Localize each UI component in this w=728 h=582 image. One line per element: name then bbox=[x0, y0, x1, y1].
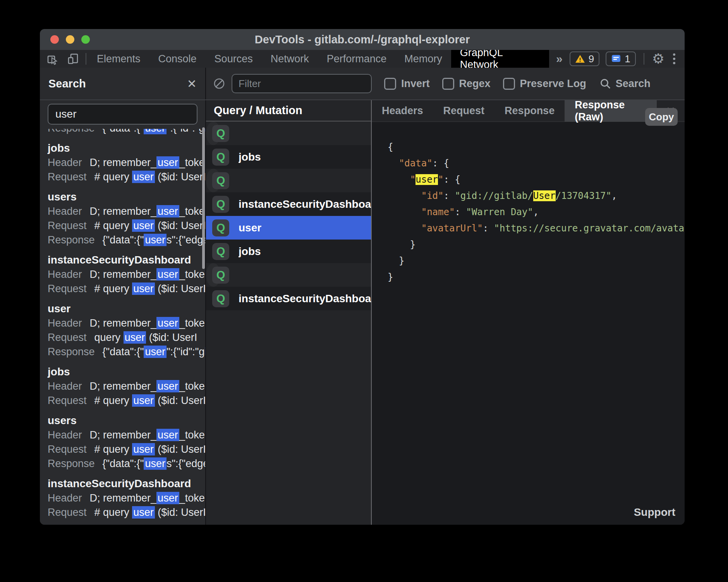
search-result-line[interactable]: HeaderD; remember_user_token=e bbox=[40, 428, 205, 442]
search-result-group-title[interactable]: users bbox=[40, 190, 205, 204]
invert-checkbox[interactable]: Invert bbox=[384, 78, 430, 90]
match-highlight: user bbox=[132, 506, 155, 519]
clear-filter-icon[interactable] bbox=[213, 77, 225, 90]
search-result-line-label: Request bbox=[48, 171, 87, 183]
search-result-line[interactable]: Request# query user ($id: UserI bbox=[40, 442, 205, 457]
issues-badge[interactable]: 1 bbox=[606, 51, 635, 66]
regex-checkbox[interactable]: Regex bbox=[442, 78, 491, 90]
preserve-log-checkbox[interactable]: Preserve Log bbox=[503, 78, 586, 90]
query-list-item-instancesecuritydashboard[interactable]: QinstanceSecurityDashboard bbox=[206, 192, 371, 216]
devtools-tab-elements[interactable]: Elements bbox=[88, 50, 149, 68]
query-list-item-user[interactable]: Quser bbox=[206, 122, 221, 145]
search-results-scrollbar[interactable] bbox=[202, 127, 205, 269]
search-result-line[interactable]: HeaderD; remember_user_token=e bbox=[40, 491, 205, 505]
filter-toolbar: Invert Regex Preserve Log bbox=[205, 68, 685, 99]
json-token bbox=[388, 223, 421, 234]
search-result-line[interactable]: Request# query user ($id: UserI bbox=[40, 219, 205, 233]
devtools-tab-sources[interactable]: Sources bbox=[206, 50, 262, 68]
settings-gear-icon[interactable]: ⚙ bbox=[652, 52, 664, 66]
search-result-group-title[interactable]: user bbox=[40, 301, 205, 316]
search-panel-header: Search ✕ bbox=[40, 68, 205, 99]
query-list-item-jobs[interactable]: Qjobs bbox=[206, 240, 371, 263]
invert-checkbox-box[interactable] bbox=[384, 78, 396, 90]
search-result-group-title[interactable]: jobs bbox=[40, 365, 205, 379]
match-highlight: user bbox=[132, 282, 155, 295]
search-result-group-title[interactable]: instanceSecurityDashboard bbox=[40, 253, 205, 267]
device-toolbar-icon[interactable] bbox=[67, 53, 79, 65]
json-token: , bbox=[611, 190, 617, 201]
query-list-item-instancesecuritydashboard[interactable]: QinstanceSecurityDashboard bbox=[206, 287, 371, 310]
result-text: ($id: UserI bbox=[155, 443, 205, 455]
query-name: user bbox=[239, 222, 261, 234]
query-list-item-users[interactable]: Qusers bbox=[206, 169, 221, 192]
search-result-group-title[interactable]: jobs bbox=[40, 141, 205, 156]
devtools-tab-console[interactable]: Console bbox=[149, 50, 206, 68]
minimize-window-button[interactable] bbox=[66, 35, 74, 44]
query-list-item-user-selected[interactable]: Quser bbox=[206, 216, 371, 240]
query-type-badge: Q bbox=[212, 172, 229, 189]
search-result-line[interactable]: HeaderD; remember_user_token=e bbox=[40, 316, 205, 330]
search-toggle[interactable]: Search bbox=[599, 78, 651, 90]
query-type-badge: Q bbox=[212, 290, 229, 307]
copy-button[interactable]: Copy bbox=[645, 108, 678, 126]
search-result-line[interactable]: Request# query user ($id: UserI bbox=[40, 170, 205, 184]
query-type-badge: Q bbox=[212, 267, 229, 284]
query-type-badge: Q bbox=[212, 125, 229, 142]
search-result-line[interactable]: Request# query user ($id: UserI bbox=[40, 282, 205, 296]
detail-tab-request[interactable]: Request bbox=[433, 100, 495, 122]
search-result-line[interactable]: HeaderD; remember_user_token=e bbox=[40, 204, 205, 219]
search-result-group: usersHeaderD; remember_user_token=eReque… bbox=[40, 190, 205, 247]
result-text: {"data":{" bbox=[103, 129, 144, 134]
search-result-group-title[interactable]: users bbox=[40, 413, 205, 428]
search-result-line[interactable]: Response{"data":{"users":{"edges bbox=[40, 233, 205, 247]
json-line: } bbox=[388, 236, 685, 253]
json-viewer: { "data": { "user": { "id": "gid://gitla… bbox=[372, 122, 685, 525]
inspect-element-icon[interactable] bbox=[46, 53, 58, 65]
preserve-log-checkbox-box[interactable] bbox=[503, 78, 515, 90]
match-highlight: user bbox=[156, 380, 179, 392]
devtools-tab-performance[interactable]: Performance bbox=[318, 50, 396, 68]
search-result-line[interactable]: Requestquery user ($id: UserI bbox=[40, 330, 205, 345]
query-list-item-users[interactable]: Qusers bbox=[206, 263, 221, 287]
search-result-line[interactable]: HeaderD; remember_user_token=e bbox=[40, 156, 205, 170]
detail-tab-response-raw[interactable]: Response (Raw) bbox=[565, 100, 657, 122]
search-result-group-title[interactable]: instanceSecurityDashboard bbox=[40, 476, 205, 491]
more-tabs-chevron[interactable]: » bbox=[549, 50, 570, 68]
detail-tab-response[interactable]: Response bbox=[494, 100, 565, 122]
search-result-line-label: Response bbox=[48, 129, 95, 134]
devtools-tab-network[interactable]: Network bbox=[262, 50, 318, 68]
search-panel-close-icon[interactable]: ✕ bbox=[187, 77, 197, 91]
more-options-menu-icon[interactable] bbox=[671, 53, 678, 64]
filter-input[interactable] bbox=[232, 74, 372, 93]
search-result-line-content: D; remember_user_token=e bbox=[90, 156, 205, 169]
json-line: } bbox=[388, 253, 685, 269]
search-result-group: jobsHeaderD; remember_user_token=eReques… bbox=[40, 141, 205, 184]
json-token: : bbox=[444, 190, 455, 201]
result-text: ($id: UserI bbox=[155, 171, 205, 183]
search-result-line[interactable]: Response{"data":{"user":{"id":"gi bbox=[40, 129, 205, 135]
support-link[interactable]: Support bbox=[634, 506, 675, 519]
search-result-line[interactable]: Request# query user ($id: UserI bbox=[40, 505, 205, 520]
search-result-line[interactable]: HeaderD; remember_user_token=e bbox=[40, 267, 205, 282]
close-window-button[interactable] bbox=[50, 35, 59, 44]
devtools-tab-memory[interactable]: Memory bbox=[395, 50, 451, 68]
search-result-line[interactable]: Request# query user ($id: UserI bbox=[40, 394, 205, 408]
query-list-item-jobs[interactable]: Qjobs bbox=[206, 145, 371, 169]
search-result-line[interactable]: Response{"data":{"users":{"edges bbox=[40, 457, 205, 471]
search-result-line-content: D; remember_user_token=e bbox=[90, 429, 205, 441]
result-text: D; remember_ bbox=[90, 380, 157, 392]
zoom-window-button[interactable] bbox=[81, 35, 90, 44]
regex-checkbox-box[interactable] bbox=[442, 78, 454, 90]
result-text: ($id: UserI bbox=[146, 332, 197, 343]
search-query-input[interactable] bbox=[48, 104, 197, 125]
search-result-line[interactable]: HeaderD; remember_user_token=e bbox=[40, 379, 205, 394]
json-line: } bbox=[388, 269, 685, 285]
result-text: D; remember_ bbox=[90, 205, 157, 217]
query-type-badge: Q bbox=[212, 219, 229, 236]
warnings-badge[interactable]: 9 bbox=[570, 51, 599, 66]
result-text: # query bbox=[94, 443, 132, 455]
search-result-line-label: Header bbox=[48, 205, 82, 217]
search-result-line[interactable]: Response{"data":{"user":{"id":"gid bbox=[40, 345, 205, 359]
devtools-tab-graphql-network[interactable]: GraphQL Network bbox=[451, 50, 549, 68]
detail-tab-headers[interactable]: Headers bbox=[372, 100, 433, 122]
